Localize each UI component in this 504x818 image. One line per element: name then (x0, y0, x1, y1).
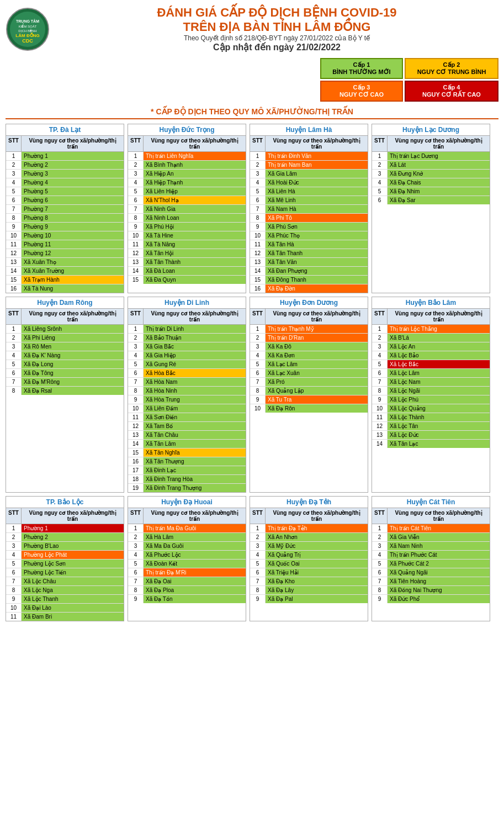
row-name: Xã Lộc Nga (22, 586, 124, 594)
table-row: 16Xã Đạ Đờn (250, 284, 368, 293)
row-name: Phường 2 (22, 533, 124, 541)
table-row: 5Phường 5 (6, 187, 124, 196)
row-name: Thị trấn Cát Tiên (388, 524, 490, 532)
table-row: 10Xã Lộc Quảng (372, 404, 490, 413)
row-name: Xã Đinh Trang Hòa (144, 475, 246, 483)
table-row: 7Xã Đạ Oai (128, 577, 246, 586)
table-row: 7Xã Đạ M'Rông (6, 378, 124, 387)
svg-text:LÂM ĐỒNG: LÂM ĐỒNG (15, 32, 39, 38)
table-row: 4Xã Phước Lộc (128, 551, 246, 560)
row-stt: 7 (250, 205, 266, 213)
row-name: Xã Lộc Phú (388, 395, 490, 404)
table-row: 3Xã Gia Lâm (250, 170, 368, 178)
table-row: 14Xã Đà Loan (128, 267, 246, 276)
row-stt: 14 (128, 267, 144, 275)
row-name: Thị trấn Đạ M'Ri (144, 568, 246, 577)
svg-text:DỊCH BỆNH: DỊCH BỆNH (18, 29, 36, 33)
row-name: Xã Tu Tra (266, 395, 368, 404)
row-name: Xã Đạ Sar (388, 196, 490, 204)
row-name: Xã Xuân Thọ (22, 258, 124, 266)
row-stt: 10 (6, 231, 22, 240)
table-row: 13Xã Lộc Đức (372, 431, 490, 440)
table-row: 6Xã Hòa Bắc (128, 369, 246, 378)
row-stt: 12 (128, 249, 144, 257)
legend-cap3: Cấp 3 NGUY CƠ CAO (320, 81, 403, 102)
table-row: 1Xã Liêng Srônh (6, 325, 124, 334)
table-row: 13Xã Tân Châu (128, 431, 246, 440)
row-name: Xã Lộc An (388, 342, 490, 351)
row-name: Thị trấn Lộc Thắng (388, 325, 490, 333)
row-name: Xã Quảng Lập (266, 387, 368, 395)
row-name: Xã Phi Tô (266, 214, 368, 222)
column-headers: STT Vùng nguy cơ theo xã/phường/thị trấn (372, 508, 490, 524)
row-stt: 13 (250, 258, 266, 266)
row-stt: 19 (128, 484, 144, 492)
row-name: Xã Đông Thanh (266, 276, 368, 284)
district-name: TP. Bảo Lộc (6, 497, 124, 508)
table-row: 5Xã Phước Cát 2 (372, 560, 490, 568)
row-stt: 5 (6, 187, 22, 196)
row-name: Xã Rô Men (22, 342, 124, 351)
row-name: Xã Đạ Kho (266, 577, 368, 585)
row-stt: 10 (250, 231, 266, 240)
row-name: Phường 1 (22, 524, 124, 532)
row-stt: 16 (128, 457, 144, 466)
row-name: Xã Liêng Srônh (22, 325, 124, 333)
row-stt: 9 (250, 595, 266, 603)
row-stt: 8 (6, 586, 22, 594)
row-stt: 13 (372, 431, 388, 439)
row-name: Xã Đạ M'Rông (22, 378, 124, 386)
row-stt: 8 (6, 214, 22, 222)
title-line1: ĐÁNH GIÁ CẤP ĐỘ DỊCH BỆNH COVID-19 (55, 6, 498, 20)
row-name: Phường 2 (22, 161, 124, 169)
table-row: 6Xã Triệu Hải (250, 568, 368, 577)
row-stt: 1 (128, 524, 144, 532)
table-row: 15Xã Đông Thanh (250, 276, 368, 284)
row-stt: 2 (6, 334, 22, 342)
table-row: 3Xã Rô Men (6, 342, 124, 351)
row-name: Xã Hòa Trung (144, 395, 246, 404)
col-name-header: Vùng nguy cơ theo xã/phường/thị trấn (266, 508, 368, 524)
row-stt: 11 (372, 413, 388, 421)
row-stt: 4 (372, 351, 388, 360)
table-row: 7Xã Nam Hà (250, 205, 368, 214)
table-row: 1Thị trấn Thạnh Mỹ (250, 325, 368, 334)
table-row: 8Xã Quảng Lập (250, 387, 368, 395)
row-name: Xã Quảng Trị (266, 551, 368, 559)
table-row: 14Xã Tân Lạc (372, 440, 490, 448)
col-name-header: Vùng nguy cơ theo xã/phường/thị trấn (266, 136, 368, 151)
district-table: TP. Bảo Lộc STT Vùng nguy cơ theo xã/phư… (6, 496, 124, 621)
row-stt: 7 (6, 205, 22, 213)
table-row: 9Xã Hòa Trung (128, 395, 246, 404)
row-stt: 5 (6, 560, 22, 568)
row-stt: 12 (372, 422, 388, 430)
table-row: 2Thị trấn Nam Ban (250, 161, 368, 170)
table-row: 2Xã B'Lá (372, 334, 490, 342)
row-stt: 14 (250, 267, 266, 275)
row-name: Xã Xuân Trường (22, 267, 124, 275)
table-row: 5Xã Lạc Lâm (250, 360, 368, 369)
row-stt: 8 (250, 387, 266, 395)
tables-container: TP. Đà Lạt STT Vùng nguy cơ theo xã/phườ… (6, 124, 498, 621)
row-stt: 4 (250, 178, 266, 187)
row-name: Xã Gia Bắc (144, 342, 246, 351)
row-name: Phường 6 (22, 196, 124, 204)
row-stt: 5 (250, 560, 266, 568)
table-row: 10Xã Liên Đầm (128, 404, 246, 413)
row-stt: 2 (250, 334, 266, 342)
table-row: 11Xã Lộc Thành (372, 413, 490, 422)
district-table: Huyện Bảo Lâm STT Vùng nguy cơ theo xã/p… (372, 297, 490, 493)
row-name: Xã Đạ Nhim (388, 187, 490, 196)
row-name: Xã Ma Đa Guôi (144, 542, 246, 550)
header-text: ĐÁNH GIÁ CẤP ĐỘ DỊCH BỆNH COVID-19 TRÊN … (55, 6, 498, 52)
row-name: Xã Quảng Ngãi (388, 568, 490, 577)
table-row: 9Xã Lộc Thanh (6, 595, 124, 604)
table-row: 6Xã Mê Linh (250, 196, 368, 205)
row-name: Xã Lộc Ngãi (388, 387, 490, 395)
row-stt: 6 (6, 196, 22, 204)
row-stt: 10 (6, 604, 22, 612)
row-name: Thị trấn Nam Ban (266, 161, 368, 169)
row-stt: 12 (250, 249, 266, 257)
table-row: 8Xã Ninh Loan (128, 214, 246, 223)
table-row: 5Xã Lộc Bắc (372, 360, 490, 369)
